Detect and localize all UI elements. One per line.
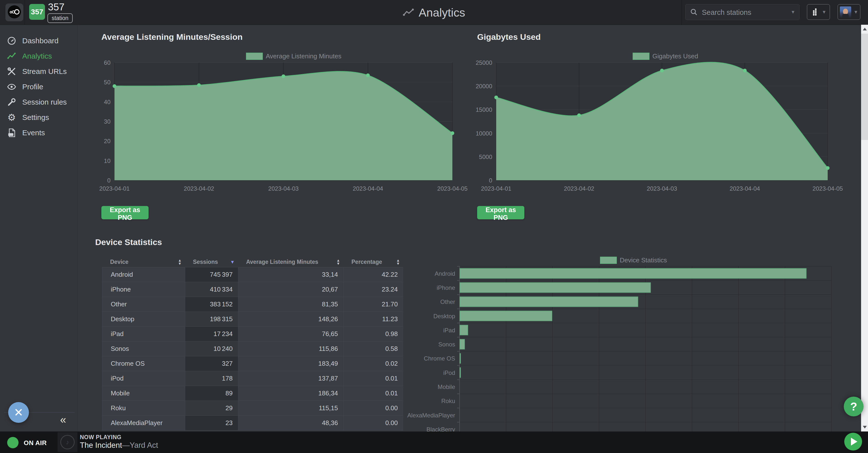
y-tick-label: 40: [104, 99, 111, 105]
station-type-badge: station: [48, 13, 73, 23]
play-button[interactable]: [844, 433, 862, 451]
value-cell: 29: [185, 401, 238, 416]
table-row: Mobile89186,340.01: [102, 386, 403, 401]
value-cell: 0.01: [344, 386, 403, 401]
value-cell: 89: [185, 386, 238, 401]
gear-icon: ⚙: [6, 112, 17, 123]
x-tick-label: 2023-04-04: [730, 185, 760, 192]
legend-swatch: [633, 53, 649, 60]
device-cell: iPod: [102, 371, 185, 386]
value-cell: 17 234: [185, 327, 238, 341]
scrollbar-thumb[interactable]: [861, 34, 868, 140]
y-tick-label: 10000: [476, 130, 492, 137]
music-note-icon: ♪: [60, 435, 75, 449]
top-bar: 357 357 station Analytics ▼: [0, 0, 868, 25]
data-point: [113, 84, 117, 88]
station-dots-icon: [810, 7, 819, 17]
column-header-sessions[interactable]: Sessions▼: [185, 257, 238, 267]
data-point: [494, 95, 498, 99]
bar: [460, 368, 461, 378]
device-cell: Chrome OS: [102, 356, 185, 371]
device-table-container: Device▲▼Sessions▼Average Listening Minut…: [102, 257, 403, 431]
sidebar-item-stream-urls[interactable]: Stream URLs: [0, 64, 78, 79]
sidebar-item-events[interactable]: LOGEvents: [0, 125, 78, 141]
legend-label: Average Listening Minutes: [266, 53, 341, 60]
device-cell: Roku: [102, 401, 185, 416]
sidebar-collapse-button[interactable]: «: [60, 414, 66, 426]
column-header-device[interactable]: Device▲▼: [102, 257, 185, 267]
stations-switcher-button[interactable]: ▼: [807, 4, 830, 20]
search-input[interactable]: [701, 4, 784, 20]
track-title: The Incident: [80, 441, 122, 450]
bar: [460, 297, 638, 307]
track-artist: Yard Act: [130, 441, 158, 450]
station-search: ▼: [685, 4, 800, 20]
value-cell: 186,34: [238, 386, 344, 401]
bar-category-label: Chrome OS: [424, 355, 455, 362]
data-point: [366, 73, 370, 77]
export-gigabytes-png-button[interactable]: Export as PNG: [477, 206, 524, 219]
scrollbar-down-arrow[interactable]: [863, 426, 867, 428]
device-cell: AlexaMediaPlayer: [102, 416, 185, 430]
y-tick-label: 20: [104, 138, 111, 144]
page-title: Analytics: [403, 0, 465, 25]
sidebar-item-session-rules[interactable]: Session rules: [0, 94, 78, 110]
analytics-app: 01020304050602023-04-012023-04-022023-04…: [0, 0, 868, 453]
listening-minutes-chart: 01020304050602023-04-012023-04-022023-04…: [99, 59, 468, 192]
help-button[interactable]: ?: [844, 397, 864, 416]
sidebar-item-analytics[interactable]: Analytics: [0, 49, 78, 64]
value-cell: 42.22: [344, 267, 403, 282]
table-row: Other383 15281,3521.70: [102, 297, 403, 312]
device-cell: iPad: [102, 327, 185, 341]
on-air-indicator-icon: [7, 437, 19, 448]
scrollbar-up-arrow[interactable]: [863, 28, 867, 30]
data-point: [197, 83, 201, 87]
bar-category-label: Other: [440, 298, 455, 305]
data-point: [826, 166, 830, 170]
value-cell: 20,67: [238, 282, 344, 297]
export-listening-png-button[interactable]: Export as PNG: [101, 206, 149, 219]
value-cell: 183,49: [238, 356, 344, 371]
topbar-divider: [25, 0, 25, 25]
value-cell: 0.01: [344, 371, 403, 386]
bar-category-label: Sonos: [438, 341, 455, 348]
sidebar-item-label: Settings: [22, 113, 49, 122]
device-cell: Android: [102, 267, 185, 282]
device-chart-legend[interactable]: Device Statistics: [600, 256, 667, 264]
device-table-header: Device▲▼Sessions▼Average Listening Minut…: [102, 257, 403, 267]
y-tick-label: 10: [104, 157, 111, 164]
bar-category-label: AlexaMediaPlayer: [407, 412, 455, 419]
listening-chart-legend[interactable]: Average Listening Minutes: [246, 53, 341, 60]
eye-icon: [6, 82, 17, 92]
sidebar-item-label: Dashboard: [22, 37, 59, 45]
value-cell: 76,65: [238, 327, 344, 341]
column-header-average-listening-minutes[interactable]: Average Listening Minutes▲▼: [238, 257, 344, 267]
x-tick-label: 2023-04-03: [647, 185, 677, 192]
sidebar-item-profile[interactable]: Profile: [0, 79, 78, 94]
value-cell: 10 240: [185, 341, 238, 356]
gigabytes-chart-legend[interactable]: Gigabytes Used: [633, 53, 698, 60]
sidebar-nav: DashboardAnalyticsStream URLsProfileSess…: [0, 33, 78, 141]
legend-label: Device Statistics: [620, 256, 667, 264]
app-logo-button[interactable]: [5, 3, 23, 21]
sidebar-item-label: Profile: [22, 83, 43, 91]
sidebar-item-settings[interactable]: ⚙Settings: [0, 110, 78, 125]
user-menu-button[interactable]: ▼: [838, 4, 860, 20]
close-widget-button[interactable]: ✕: [8, 402, 29, 423]
player-bar: ON AIR ♪ NOW PLAYING The Incident—Yard A…: [0, 431, 868, 453]
bar-category-label: Desktop: [433, 313, 455, 320]
vertical-scrollbar[interactable]: [861, 25, 868, 431]
device-cell: Other: [102, 297, 185, 312]
play-icon: [851, 438, 857, 446]
value-cell: 0.00: [344, 416, 403, 430]
table-row: iPod178137,870.01: [102, 371, 403, 386]
data-point: [743, 69, 747, 72]
y-tick-label: 0: [489, 177, 492, 184]
column-header-percentage[interactable]: Percentage▲▼: [344, 257, 403, 267]
sidebar-item-dashboard[interactable]: Dashboard: [0, 33, 78, 49]
value-cell: 178: [185, 371, 238, 386]
bar-category-label: iPod: [443, 369, 455, 376]
chevron-down-icon[interactable]: ▼: [790, 9, 795, 15]
x-tick-label: 2023-04-04: [353, 185, 383, 192]
sort-icon: ▲▼: [178, 259, 182, 265]
